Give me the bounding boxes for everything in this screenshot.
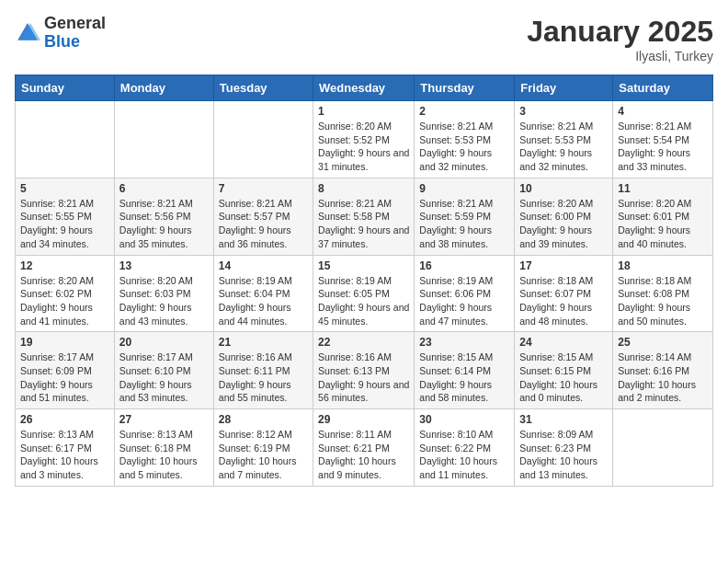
day-number: 23	[419, 336, 509, 349]
weekday-header-wednesday: Wednesday	[313, 75, 415, 101]
day-number: 21	[219, 336, 308, 349]
calendar-cell: 13Sunrise: 8:20 AMSunset: 6:03 PMDayligh…	[114, 255, 213, 332]
calendar-cell: 9Sunrise: 8:21 AMSunset: 5:59 PMDaylight…	[415, 178, 515, 255]
day-number: 26	[20, 413, 109, 426]
day-content: Sunrise: 8:21 AMSunset: 5:58 PMDaylight:…	[318, 197, 409, 251]
day-content: Sunrise: 8:21 AMSunset: 5:59 PMDaylight:…	[419, 197, 509, 251]
calendar-cell	[613, 409, 713, 487]
day-content: Sunrise: 8:20 AMSunset: 6:03 PMDaylight:…	[119, 274, 209, 328]
day-content: Sunrise: 8:09 AMSunset: 6:23 PMDaylight:…	[519, 428, 608, 482]
calendar-cell: 2Sunrise: 8:21 AMSunset: 5:53 PMDaylight…	[415, 101, 515, 178]
day-content: Sunrise: 8:17 AMSunset: 6:09 PMDaylight:…	[20, 350, 109, 405]
day-content: Sunrise: 8:11 AMSunset: 6:21 PMDaylight:…	[318, 428, 409, 482]
month-title: January 2025	[527, 15, 713, 49]
calendar-cell: 11Sunrise: 8:20 AMSunset: 6:01 PMDayligh…	[613, 178, 713, 255]
calendar-cell: 22Sunrise: 8:16 AMSunset: 6:13 PMDayligh…	[313, 332, 415, 409]
day-number: 3	[519, 105, 608, 118]
day-content: Sunrise: 8:21 AMSunset: 5:55 PMDaylight:…	[20, 197, 109, 251]
week-row-1: 1Sunrise: 8:20 AMSunset: 5:52 PMDaylight…	[16, 101, 713, 178]
calendar-cell: 31Sunrise: 8:09 AMSunset: 6:23 PMDayligh…	[515, 409, 613, 487]
day-number: 5	[20, 182, 109, 195]
day-content: Sunrise: 8:19 AMSunset: 6:04 PMDaylight:…	[219, 274, 308, 328]
day-number: 12	[20, 259, 109, 272]
day-number: 31	[519, 413, 608, 426]
calendar-cell: 25Sunrise: 8:14 AMSunset: 6:16 PMDayligh…	[613, 332, 713, 409]
calendar-cell: 16Sunrise: 8:19 AMSunset: 6:06 PMDayligh…	[415, 255, 515, 332]
day-content: Sunrise: 8:12 AMSunset: 6:19 PMDaylight:…	[219, 428, 308, 482]
calendar-cell: 28Sunrise: 8:12 AMSunset: 6:19 PMDayligh…	[213, 409, 313, 487]
day-content: Sunrise: 8:21 AMSunset: 5:53 PMDaylight:…	[419, 120, 509, 174]
weekday-header-monday: Monday	[114, 75, 213, 101]
week-row-4: 19Sunrise: 8:17 AMSunset: 6:09 PMDayligh…	[16, 332, 713, 409]
day-content: Sunrise: 8:17 AMSunset: 6:10 PMDaylight:…	[119, 350, 209, 405]
day-number: 9	[419, 182, 509, 195]
day-number: 10	[519, 182, 608, 195]
page-header: General Blue January 2025 Ilyasli, Turke…	[15, 15, 713, 63]
calendar-cell: 29Sunrise: 8:11 AMSunset: 6:21 PMDayligh…	[313, 409, 415, 487]
weekday-row: SundayMondayTuesdayWednesdayThursdayFrid…	[16, 75, 713, 101]
day-number: 15	[318, 259, 409, 272]
day-number: 19	[20, 336, 109, 349]
calendar-cell: 4Sunrise: 8:21 AMSunset: 5:54 PMDaylight…	[613, 101, 713, 178]
weekday-header-tuesday: Tuesday	[213, 75, 313, 101]
week-row-3: 12Sunrise: 8:20 AMSunset: 6:02 PMDayligh…	[16, 255, 713, 332]
day-content: Sunrise: 8:21 AMSunset: 5:54 PMDaylight:…	[618, 120, 708, 174]
calendar-cell: 24Sunrise: 8:15 AMSunset: 6:15 PMDayligh…	[515, 332, 613, 409]
day-number: 17	[519, 259, 608, 272]
calendar-cell	[16, 101, 115, 178]
day-content: Sunrise: 8:15 AMSunset: 6:15 PMDaylight:…	[519, 350, 608, 405]
day-number: 4	[618, 105, 708, 118]
calendar-cell: 15Sunrise: 8:19 AMSunset: 6:05 PMDayligh…	[313, 255, 415, 332]
calendar-cell: 6Sunrise: 8:21 AMSunset: 5:56 PMDaylight…	[114, 178, 213, 255]
calendar-cell: 14Sunrise: 8:19 AMSunset: 6:04 PMDayligh…	[213, 255, 313, 332]
day-content: Sunrise: 8:18 AMSunset: 6:07 PMDaylight:…	[519, 274, 608, 328]
day-content: Sunrise: 8:20 AMSunset: 6:02 PMDaylight:…	[20, 274, 109, 328]
week-row-5: 26Sunrise: 8:13 AMSunset: 6:17 PMDayligh…	[16, 409, 713, 487]
day-number: 2	[419, 105, 509, 118]
day-content: Sunrise: 8:21 AMSunset: 5:53 PMDaylight:…	[519, 120, 608, 174]
calendar-cell: 17Sunrise: 8:18 AMSunset: 6:07 PMDayligh…	[515, 255, 613, 332]
day-number: 22	[318, 336, 409, 349]
day-content: Sunrise: 8:20 AMSunset: 5:52 PMDaylight:…	[318, 120, 409, 174]
logo-general: General	[44, 14, 106, 32]
logo-blue: Blue	[44, 32, 80, 51]
calendar-cell: 23Sunrise: 8:15 AMSunset: 6:14 PMDayligh…	[415, 332, 515, 409]
day-number: 18	[618, 259, 708, 272]
calendar-cell: 10Sunrise: 8:20 AMSunset: 6:00 PMDayligh…	[515, 178, 613, 255]
day-content: Sunrise: 8:16 AMSunset: 6:11 PMDaylight:…	[219, 350, 308, 405]
calendar-cell: 30Sunrise: 8:10 AMSunset: 6:22 PMDayligh…	[415, 409, 515, 487]
day-content: Sunrise: 8:16 AMSunset: 6:13 PMDaylight:…	[318, 350, 409, 405]
calendar-header: SundayMondayTuesdayWednesdayThursdayFrid…	[16, 75, 713, 101]
week-row-2: 5Sunrise: 8:21 AMSunset: 5:55 PMDaylight…	[16, 178, 713, 255]
day-number: 6	[119, 182, 209, 195]
day-content: Sunrise: 8:14 AMSunset: 6:16 PMDaylight:…	[618, 350, 708, 405]
location: Ilyasli, Turkey	[527, 49, 713, 63]
day-number: 13	[119, 259, 209, 272]
logo-text: General Blue	[44, 15, 106, 52]
calendar-cell: 8Sunrise: 8:21 AMSunset: 5:58 PMDaylight…	[313, 178, 415, 255]
calendar-cell: 21Sunrise: 8:16 AMSunset: 6:11 PMDayligh…	[213, 332, 313, 409]
day-content: Sunrise: 8:15 AMSunset: 6:14 PMDaylight:…	[419, 350, 509, 405]
day-content: Sunrise: 8:10 AMSunset: 6:22 PMDaylight:…	[419, 428, 509, 482]
calendar-cell	[114, 101, 213, 178]
calendar-cell: 26Sunrise: 8:13 AMSunset: 6:17 PMDayligh…	[16, 409, 115, 487]
day-number: 20	[119, 336, 209, 349]
calendar: SundayMondayTuesdayWednesdayThursdayFrid…	[15, 75, 713, 487]
weekday-header-saturday: Saturday	[613, 75, 713, 101]
calendar-cell	[213, 101, 313, 178]
day-number: 24	[519, 336, 608, 349]
day-number: 11	[618, 182, 708, 195]
day-content: Sunrise: 8:20 AMSunset: 6:00 PMDaylight:…	[519, 197, 608, 251]
day-content: Sunrise: 8:21 AMSunset: 5:56 PMDaylight:…	[119, 197, 209, 251]
calendar-cell: 18Sunrise: 8:18 AMSunset: 6:08 PMDayligh…	[613, 255, 713, 332]
day-number: 7	[219, 182, 308, 195]
day-content: Sunrise: 8:13 AMSunset: 6:17 PMDaylight:…	[20, 428, 109, 482]
day-content: Sunrise: 8:21 AMSunset: 5:57 PMDaylight:…	[219, 197, 308, 251]
calendar-cell: 19Sunrise: 8:17 AMSunset: 6:09 PMDayligh…	[16, 332, 115, 409]
day-content: Sunrise: 8:18 AMSunset: 6:08 PMDaylight:…	[618, 274, 708, 328]
calendar-cell: 27Sunrise: 8:13 AMSunset: 6:18 PMDayligh…	[114, 409, 213, 487]
day-number: 16	[419, 259, 509, 272]
day-number: 14	[219, 259, 308, 272]
calendar-cell: 3Sunrise: 8:21 AMSunset: 5:53 PMDaylight…	[515, 101, 613, 178]
day-content: Sunrise: 8:13 AMSunset: 6:18 PMDaylight:…	[119, 428, 209, 482]
